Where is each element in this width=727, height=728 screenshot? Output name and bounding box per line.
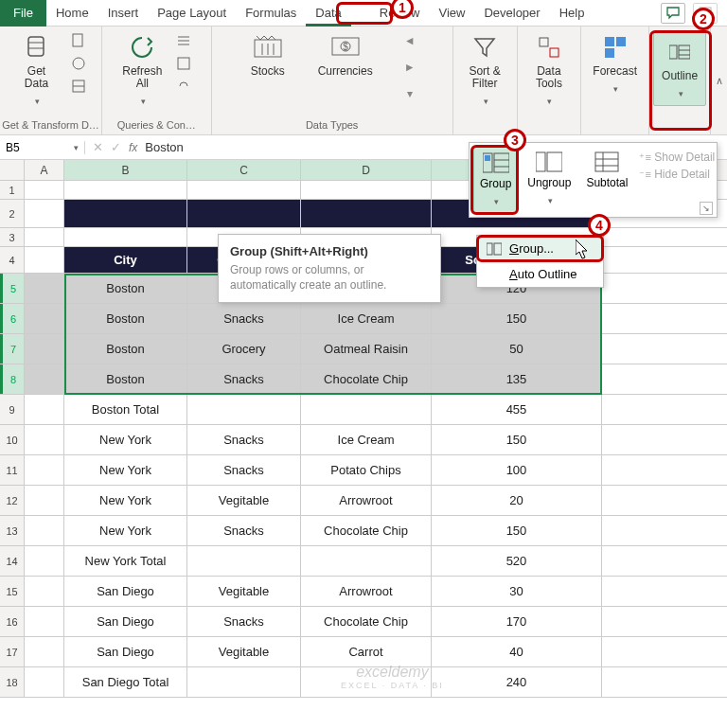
row-header-4[interactable]: 4 — [0, 247, 25, 273]
cell[interactable]: New York — [64, 455, 187, 485]
col-header-b[interactable]: B — [64, 160, 187, 180]
tab-insert[interactable]: Insert — [98, 0, 149, 27]
cell[interactable]: Snacks — [187, 304, 301, 333]
cell[interactable] — [25, 364, 64, 394]
cell[interactable]: Snacks — [187, 364, 301, 394]
tab-view[interactable]: View — [429, 0, 474, 27]
cell[interactable] — [25, 546, 64, 576]
enter-formula-button[interactable]: ✓ — [111, 140, 121, 154]
tab-home[interactable]: Home — [46, 0, 98, 27]
outline-button[interactable]: Outline — [653, 30, 706, 106]
cell[interactable] — [25, 577, 64, 606]
cell[interactable]: 30 — [432, 577, 602, 606]
col-header-c[interactable]: C — [187, 160, 301, 180]
cell[interactable] — [187, 546, 301, 576]
cell[interactable]: Vegitable — [187, 577, 301, 606]
cell[interactable] — [25, 516, 64, 545]
row-header[interactable]: 17 — [0, 637, 25, 666]
cell[interactable]: Grocery — [187, 334, 301, 364]
tab-data[interactable]: Data — [306, 0, 350, 27]
cell[interactable] — [187, 667, 301, 697]
cell[interactable]: Snacks — [187, 425, 301, 454]
row-header[interactable]: 5 — [0, 274, 25, 303]
row-header-1[interactable]: 1 — [0, 181, 25, 199]
row-header[interactable]: 15 — [0, 577, 25, 606]
cell[interactable]: 135 — [432, 364, 602, 394]
cell[interactable] — [25, 637, 64, 666]
cell[interactable]: 40 — [432, 637, 602, 666]
cell[interactable]: San Diego Total — [64, 667, 187, 697]
tab-file[interactable]: File — [0, 0, 46, 27]
cell[interactable] — [25, 334, 64, 364]
tab-formulas[interactable]: Formulas — [236, 0, 306, 27]
cell[interactable]: 100 — [432, 455, 602, 485]
cell[interactable]: Vegitable — [187, 637, 301, 666]
cell[interactable]: 20 — [432, 486, 602, 515]
cell[interactable] — [25, 455, 64, 485]
cell[interactable]: Chocolate Chip — [301, 516, 432, 545]
currencies-button[interactable]: $ Currencies — [314, 30, 377, 80]
forecast-button[interactable]: Forecast — [589, 30, 641, 97]
cell[interactable]: Boston — [64, 274, 187, 303]
cell[interactable]: 150 — [432, 425, 602, 454]
get-data-button[interactable]: Get Data — [13, 30, 61, 109]
row-header[interactable]: 12 — [0, 486, 25, 515]
cell[interactable]: Carrot — [301, 637, 432, 666]
cell[interactable]: 170 — [432, 607, 602, 636]
comments-button[interactable] — [661, 3, 685, 24]
datatype-more-button[interactable]: ▾ — [399, 83, 420, 104]
cell[interactable]: New York — [64, 516, 187, 545]
cell[interactable]: Oatmeal Raisin — [301, 334, 432, 364]
name-box[interactable]: B5 ▾ — [0, 141, 85, 154]
cancel-formula-button[interactable]: ✕ — [93, 140, 103, 154]
row-header[interactable]: 7 — [0, 334, 25, 364]
cell[interactable]: 150 — [432, 304, 602, 333]
col-header-d[interactable]: D — [301, 160, 432, 180]
row-header-2[interactable]: 2 — [0, 200, 25, 227]
cell[interactable]: 50 — [432, 334, 602, 364]
cell[interactable] — [25, 274, 64, 303]
cell[interactable]: Snacks — [187, 455, 301, 485]
datatype-prev-button[interactable]: ◄ — [399, 30, 420, 51]
col-header-a[interactable]: A — [25, 160, 64, 180]
cell[interactable]: Chocolate Chip — [301, 364, 432, 394]
tab-page-layout[interactable]: Page Layout — [148, 0, 236, 27]
from-table-button[interactable] — [68, 76, 89, 97]
row-header[interactable]: 11 — [0, 455, 25, 485]
cell[interactable]: Chocolate Chip — [301, 607, 432, 636]
cell[interactable]: Snacks — [187, 607, 301, 636]
cell[interactable] — [301, 546, 432, 576]
row-header-3[interactable]: 3 — [0, 228, 25, 246]
cell[interactable] — [187, 395, 301, 424]
menu-item-auto-outline[interactable]: Auto Outline — [477, 261, 603, 287]
cell[interactable]: Arrowroot — [301, 486, 432, 515]
edit-links-button[interactable] — [173, 76, 194, 97]
show-detail-button[interactable]: ⁺≡ Show Detail — [639, 151, 715, 164]
cell[interactable]: Boston — [64, 304, 187, 333]
subtotal-button[interactable]: Subtotal — [580, 147, 633, 213]
row-header[interactable]: 14 — [0, 546, 25, 576]
cell[interactable]: Vegitable — [187, 486, 301, 515]
cell[interactable]: Boston — [64, 334, 187, 364]
cell[interactable] — [25, 486, 64, 515]
queries-button[interactable] — [173, 30, 194, 51]
row-header[interactable]: 16 — [0, 607, 25, 636]
row-header[interactable]: 13 — [0, 516, 25, 545]
cell[interactable] — [25, 425, 64, 454]
cell[interactable]: 150 — [432, 516, 602, 545]
tab-help[interactable]: Help — [550, 0, 594, 27]
cell[interactable]: San Diego — [64, 577, 187, 606]
from-text-button[interactable] — [68, 30, 89, 51]
cell[interactable] — [25, 667, 64, 697]
cell[interactable]: New York — [64, 425, 187, 454]
stocks-button[interactable]: Stocks — [244, 30, 292, 80]
sort-filter-button[interactable]: Sort & Filter — [461, 30, 508, 109]
ungroup-button[interactable]: Ungroup — [522, 147, 576, 213]
cell[interactable]: 240 — [432, 667, 602, 697]
cell[interactable] — [25, 395, 64, 424]
refresh-all-button[interactable]: Refresh All — [118, 30, 166, 109]
cell[interactable]: San Diego — [64, 607, 187, 636]
cell[interactable] — [25, 304, 64, 333]
dialog-launcher-icon[interactable]: ↘ — [700, 202, 713, 215]
cell[interactable]: Snacks — [187, 516, 301, 545]
